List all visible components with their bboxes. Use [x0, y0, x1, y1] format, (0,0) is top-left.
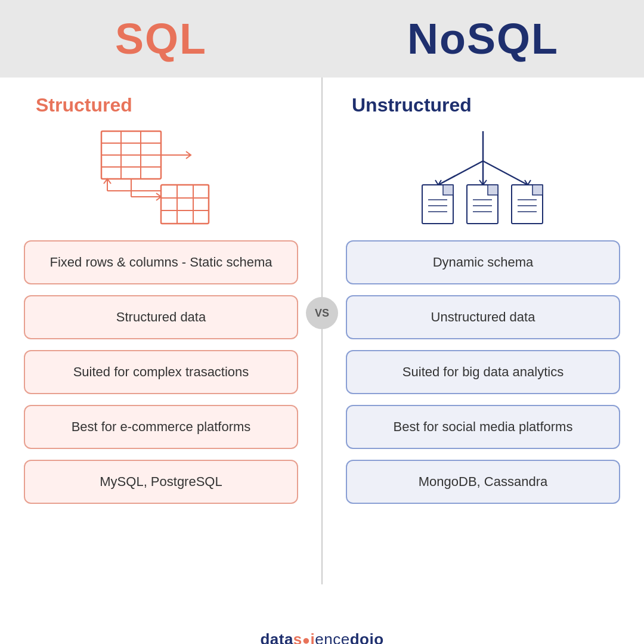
nosql-diagram-svg [405, 125, 561, 233]
nosql-title: NoSQL [407, 14, 559, 63]
nosql-diagram [346, 122, 620, 236]
vs-badge: VS [306, 297, 338, 329]
sql-diagram [24, 122, 298, 236]
nosql-card-3: Suited for big data analytics [346, 350, 620, 394]
sql-diagram-svg [89, 125, 233, 233]
footer: datas●iencedojo data science for everyon… [0, 620, 644, 644]
svg-rect-6 [161, 185, 209, 224]
sql-card-2: Structured data [24, 295, 298, 339]
svg-line-19 [483, 161, 528, 185]
main-content: VS Structured [0, 78, 644, 620]
sql-card-3: Suited for complex trasactions [24, 350, 298, 394]
sql-card-1: Fixed rows & columns - Static schema [24, 240, 298, 284]
divider [321, 78, 323, 584]
left-column: Structured [0, 78, 322, 620]
sql-card-5: MySQL, PostgreSQL [24, 460, 298, 504]
svg-marker-21 [443, 185, 453, 195]
structured-label: Structured [24, 94, 132, 116]
nosql-card-2: Unstructured data [346, 295, 620, 339]
logo-text: datas●iencedojo [260, 630, 383, 644]
logo-dojo: dojo [350, 630, 384, 644]
header: SQL NoSQL [0, 0, 644, 78]
unstructured-label: Unstructured [346, 94, 472, 116]
logo-area: datas●iencedojo data science for everyon… [245, 630, 399, 644]
svg-marker-31 [532, 185, 543, 195]
right-column: Unstructured [322, 78, 644, 620]
logo-data: data [260, 630, 293, 644]
sql-card-4: Best for e-commerce platforms [24, 405, 298, 449]
nosql-card-5: MongoDB, Cassandra [346, 460, 620, 504]
logo-ence: ence [315, 630, 349, 644]
header-nosql-side: NoSQL [322, 0, 644, 78]
sql-title: SQL [115, 14, 207, 63]
svg-marker-26 [488, 185, 498, 195]
svg-line-17 [438, 161, 483, 185]
header-sql-side: SQL [0, 0, 322, 78]
logo-sci: s●i [293, 630, 315, 644]
nosql-card-4: Best for social media platforms [346, 405, 620, 449]
nosql-card-1: Dynamic schema [346, 240, 620, 284]
